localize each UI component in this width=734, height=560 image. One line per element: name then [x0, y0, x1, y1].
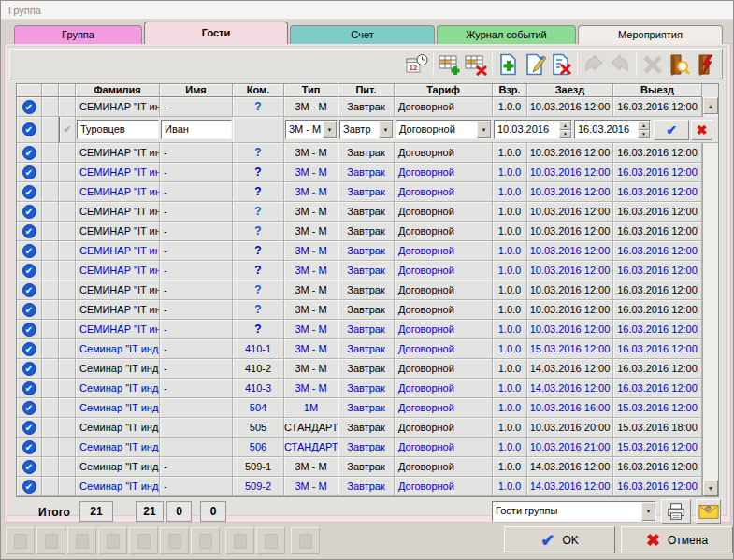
column-header-departure[interactable]: Выезд	[613, 84, 702, 97]
scroll-up-icon[interactable]: ▲	[703, 97, 718, 114]
edit-guest-icon[interactable]	[522, 51, 548, 78]
chevron-down-icon[interactable]: ▼	[477, 121, 491, 138]
row-checkbox[interactable]: ✔	[17, 117, 42, 143]
row-checkbox[interactable]: ✔	[17, 457, 42, 477]
row-checkbox[interactable]: ✔	[17, 359, 42, 379]
row-checkbox[interactable]: ✔	[17, 261, 42, 280]
row-checkbox[interactable]: ✔	[17, 241, 42, 261]
table-row[interactable]: ✔СЕМИНАР "IT ин-?3М - МЗавтракДоговорной…	[17, 202, 718, 222]
check-out-icon	[607, 51, 633, 78]
tab-activities[interactable]: Мероприятия	[578, 25, 723, 44]
cell-room: 410-2	[233, 359, 284, 379]
edit-departure-spinner-value: 16.03.2016	[575, 121, 638, 138]
row-checkbox[interactable]: ✔	[17, 202, 42, 222]
row-checkbox[interactable]: ✔	[17, 418, 42, 438]
row-checkbox[interactable]: ✔	[17, 379, 42, 398]
add-room-icon[interactable]	[437, 51, 463, 78]
guest-edit-row[interactable]: ✔✔ТуровцевИван3М - М▼Завтр▼Договорной▼10…	[17, 117, 718, 143]
table-row[interactable]: ✔СЕМИНАР "IT ин-?3М - МЗавтракДоговорной…	[17, 280, 718, 300]
edit-name-input[interactable]: Иван	[161, 120, 232, 139]
edit-tariff-select[interactable]: Договорной▼	[396, 120, 492, 139]
spin-down-icon[interactable]: ▼	[559, 130, 571, 139]
table-row[interactable]: ✔СЕМИНАР "IT ин-?3М - МЗавтракДоговорной…	[17, 241, 718, 261]
row-marker-cell	[42, 97, 59, 117]
table-row[interactable]: ✔СЕМИНАР "IT ин-?3М - МЗавтракДоговорной…	[17, 97, 718, 117]
tab-guests[interactable]: Гости	[144, 22, 288, 44]
cell-surname: Семинар "IT инд	[76, 438, 160, 457]
scroll-down-icon[interactable]: ▼	[703, 480, 718, 496]
row-checkbox[interactable]: ✔	[17, 182, 42, 202]
edit-arrival-spinner[interactable]: 10.03.2016▲▼	[494, 120, 572, 139]
table-row[interactable]: ✔СЕМИНАР "IT ин-?3М - МЗавтракДоговорной…	[17, 182, 718, 202]
report-select[interactable]: Гости группы ▼	[492, 501, 656, 522]
table-row[interactable]: ✔Семинар "IT инд-410-23М - МЗавтракДогов…	[17, 359, 718, 379]
chevron-down-icon[interactable]: ▼	[379, 121, 393, 138]
column-header-type[interactable]: Тип	[284, 84, 338, 97]
row-checkbox[interactable]: ✔	[17, 320, 42, 339]
table-row[interactable]: ✔СЕМИНАР "IT ин-?3М - МЗавтракДоговорной…	[17, 222, 718, 241]
edit-departure-spinner[interactable]: 16.03.2016▲▼	[574, 120, 651, 139]
row-checkbox[interactable]: ✔	[17, 280, 42, 300]
spin-up-icon[interactable]: ▲	[638, 121, 650, 130]
table-row[interactable]: ✔СЕМИНАР "IT ин-?3М - МЗавтракДоговорной…	[17, 261, 718, 280]
table-row[interactable]: ✔Семинар "IT инд505СТАНДАРТЗавтракДогово…	[17, 418, 718, 438]
edit-type-select[interactable]: 3М - М▼	[285, 120, 338, 139]
table-row[interactable]: ✔Семинар "IT инд-509-23М - МЗавтракДогов…	[17, 477, 718, 496]
tab-account[interactable]: Счет	[290, 25, 435, 44]
add-guest-icon[interactable]	[496, 51, 522, 78]
cell-departure: 16.03.2016 12:00	[613, 97, 702, 117]
table-row[interactable]: ✔Семинар "IT инд-509-13М - МЗавтракДогов…	[17, 457, 718, 477]
cancel-button[interactable]: ✖ Отмена	[621, 526, 733, 553]
tab-bar: ГруппаГостиСчетЖурнал событийМероприятия	[14, 22, 725, 44]
edit-cancel-button[interactable]: ✖	[691, 120, 712, 140]
cell-tariff: Договорной	[395, 280, 493, 300]
spin-down-icon[interactable]: ▼	[638, 130, 650, 139]
edit-surname-input[interactable]: Туровцев	[77, 120, 159, 139]
delete-guest-icon[interactable]	[548, 51, 574, 78]
door-search-icon[interactable]	[666, 51, 692, 78]
chevron-down-icon[interactable]: ▼	[641, 502, 655, 521]
vertical-scrollbar[interactable]: ▲ ▼	[702, 97, 718, 496]
tab-event-log[interactable]: Журнал событий	[437, 25, 576, 44]
delete-room-icon[interactable]	[463, 51, 489, 78]
table-row[interactable]: ✔СЕМИНАР "IT ин-?3М - МЗавтракДоговорной…	[17, 320, 718, 339]
table-row[interactable]: ✔Семинар "IT инд506СТАНДАРТЗавтракДогово…	[17, 438, 718, 457]
column-header-name[interactable]: Имя	[160, 84, 233, 97]
table-row[interactable]: ✔СЕМИНАР "IT ин-?3М - МЗавтракДоговорной…	[17, 143, 718, 163]
calendar-tariff-icon[interactable]: 12	[404, 51, 430, 78]
email-button[interactable]: @	[696, 499, 721, 524]
row-checkbox[interactable]: ✔	[17, 163, 42, 182]
edit-meal-select[interactable]: Завтр▼	[339, 120, 394, 139]
row-checkbox[interactable]: ✔	[17, 143, 42, 163]
table-row[interactable]: ✔Семинар "IT инд-410-13М - МЗавтракДогов…	[17, 339, 718, 359]
check-icon: ✔	[22, 381, 36, 395]
column-header-adults[interactable]: Взр.	[493, 84, 527, 97]
row-checkbox[interactable]: ✔	[17, 339, 42, 359]
table-row[interactable]: ✔Семинар "IT инд5041МЗавтракДоговорной1.…	[17, 398, 718, 418]
row-checkbox[interactable]: ✔	[17, 438, 42, 457]
table-row[interactable]: ✔Семинар "IT инд-410-33М - МЗавтракДогов…	[17, 379, 718, 398]
row-checkbox[interactable]: ✔	[17, 222, 42, 241]
edit-confirm-button[interactable]: ✔	[654, 120, 689, 140]
door-lightning-icon[interactable]	[692, 51, 718, 78]
chevron-down-icon[interactable]: ▼	[323, 121, 337, 138]
table-row[interactable]: ✔СЕМИНАР "IT ин-?3М - МЗавтракДоговорной…	[17, 300, 718, 320]
tab-group[interactable]: Группа	[14, 25, 142, 44]
row-checkbox[interactable]: ✔	[17, 398, 42, 418]
column-header-surname[interactable]: Фамилия	[76, 84, 160, 97]
cell-type: 3М - М	[284, 379, 338, 398]
spin-up-icon[interactable]: ▲	[559, 121, 571, 130]
table-row[interactable]: ✔СЕМИНАР "IT ин-?3М - МЗавтракДоговорной…	[17, 163, 718, 182]
column-header-tariff[interactable]: Тариф	[395, 84, 493, 97]
column-header-room[interactable]: Ком.	[233, 84, 284, 97]
cell-departure: 16.03.2016 12:00	[613, 241, 702, 261]
row-checkbox[interactable]: ✔	[17, 477, 42, 496]
column-header-arrival[interactable]: Заезд	[527, 84, 613, 97]
cell-adults: 1.0.0	[493, 438, 527, 457]
row-checkbox[interactable]: ✔	[17, 97, 42, 117]
row-checkbox[interactable]: ✔	[17, 300, 42, 320]
column-header-meal[interactable]: Пит.	[338, 84, 395, 97]
cell-adults: 1.0.0	[493, 222, 527, 241]
ok-button[interactable]: ✔ OK	[504, 526, 615, 553]
print-button[interactable]	[661, 499, 691, 524]
